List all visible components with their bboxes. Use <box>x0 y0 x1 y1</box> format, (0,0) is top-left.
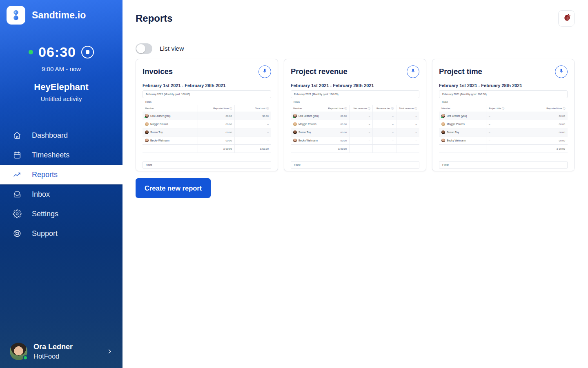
preview-member-row: Susan Toy–00:00 <box>439 128 568 136</box>
pin-icon <box>262 68 268 75</box>
sidebar-item-settings[interactable]: Settings <box>0 204 122 224</box>
pin-report-button[interactable] <box>407 65 419 78</box>
info-icon: ⓘ <box>391 107 394 110</box>
sum-value: Σ $0.00 <box>234 145 271 153</box>
report-date-range: February 1st 2021 - February 28th 2021 <box>291 83 419 88</box>
member-avatar <box>441 122 445 126</box>
member-value: 00:00 <box>198 120 234 128</box>
member-value: – <box>396 128 419 136</box>
member-avatar <box>441 139 445 142</box>
sidebar-item-inbox[interactable]: Inbox <box>0 184 122 204</box>
sidebar-item-label: Reports <box>32 171 58 179</box>
profile-name: Ora Ledner <box>33 343 73 351</box>
preview-table-rows: Ora Ledner (you)–00:00Maggie Pouros–00:0… <box>439 112 568 144</box>
member-value: – <box>349 128 372 136</box>
preview-table-header: MemberReported timeⓘNet revenueⓘRevenue … <box>291 105 419 112</box>
sidebar-item-label: Timesheets <box>32 151 69 159</box>
info-icon: ⓘ <box>266 107 269 110</box>
member-cell: Maggie Pouros <box>291 120 326 128</box>
preview-footer-header: MemberReported timeⓘTotal costⓘ <box>143 171 271 171</box>
sum-value <box>372 145 396 153</box>
column-header: Reported timeⓘ <box>527 105 568 112</box>
timer-range: 9:00 AM - now <box>0 65 122 72</box>
toggle-knob <box>136 44 145 53</box>
timer-time: 06:30 <box>38 44 76 60</box>
feedback-button[interactable] <box>558 10 575 27</box>
member-name: Maggie Pouros <box>447 123 465 126</box>
preview-month-header: February 2021 (Monthly goal: 160:00) <box>291 90 419 98</box>
column-header: Revenue taxⓘ <box>372 171 396 171</box>
preview-table-rows: Ora Ledner (you)00:00$0.00Maggie Pouros0… <box>143 112 271 144</box>
member-value: – <box>486 112 527 120</box>
sidebar-item-dashboard[interactable]: Dashboard <box>0 126 122 145</box>
member-value: 00:00 <box>527 137 568 144</box>
chevron-right-icon[interactable] <box>107 348 113 355</box>
member-name: Becky Weimann <box>298 139 318 142</box>
pin-report-button[interactable] <box>258 65 271 78</box>
pin-report-button[interactable] <box>555 65 568 78</box>
report-card-title: Invoices <box>143 67 173 76</box>
report-card[interactable]: Invoices February 1st 2021 - February 28… <box>136 59 278 171</box>
create-new-report-button[interactable]: Create new report <box>136 178 211 198</box>
sum-value: Σ 00:00 <box>527 145 568 153</box>
column-header-member: Member <box>143 105 198 112</box>
member-value: 00:00 <box>326 120 349 128</box>
member-name: Maggie Pouros <box>150 123 168 126</box>
member-value: 00:00 <box>326 112 349 120</box>
member-value: – <box>396 112 419 120</box>
sidebar-item-reports[interactable]: Reports <box>0 165 122 184</box>
member-avatar <box>293 130 297 134</box>
report-cards-row: Invoices February 1st 2021 - February 28… <box>122 54 588 171</box>
timer-block: 06:30 9:00 AM - now HeyElephant Untitled… <box>0 44 122 102</box>
preview-project-name: Dialo <box>291 98 419 105</box>
preview-member-row: Maggie Pouros00:00––– <box>291 120 419 128</box>
sidebar-item-label: Support <box>32 229 58 238</box>
report-card[interactable]: Project revenue February 1st 2021 - Febr… <box>284 59 426 171</box>
preview-member-row: Becky Weimann–00:00 <box>439 136 568 144</box>
column-header: Revenue taxⓘ <box>372 105 396 112</box>
sidebar-item-timesheets[interactable]: Timesheets <box>0 145 122 165</box>
timer-project-name: HeyElephant <box>0 82 122 92</box>
column-header-member: Member <box>291 105 326 112</box>
list-view-toggle[interactable] <box>136 43 152 54</box>
column-header: Reported timeⓘ <box>198 171 234 171</box>
app-logo-icon <box>7 6 25 25</box>
profile-section[interactable]: Ora Ledner HotFood <box>0 334 122 368</box>
column-header: Total revenueⓘ <box>396 105 419 112</box>
report-card[interactable]: Project time February 1st 2021 - Februar… <box>432 59 575 171</box>
sum-value <box>349 145 372 153</box>
member-avatar <box>145 130 149 134</box>
view-controls: List view <box>122 37 588 54</box>
main-content: Reports <box>122 0 588 368</box>
preview-member-row: Becky Weimann00:00––– <box>291 136 419 144</box>
sidebar-nav: DashboardTimesheetsReportsInboxSettingsS… <box>0 126 122 243</box>
member-cell: Susan Toy <box>291 128 326 136</box>
preview-month-header: February 2021 (Monthly goal: 160:00) <box>143 90 271 98</box>
member-name: Ora Ledner (you) <box>298 114 319 117</box>
sidebar-item-label: Dashboard <box>32 131 68 140</box>
member-value: – <box>372 120 396 128</box>
app-name: Sandtime.io <box>32 10 86 21</box>
sum-spacer <box>143 145 198 153</box>
member-online-dot <box>293 117 294 119</box>
stop-icon <box>86 50 89 54</box>
calendar-icon <box>13 150 22 159</box>
preview-next-project: Finist <box>291 161 419 169</box>
info-icon: ⓘ <box>563 107 565 110</box>
sidebar-item-support[interactable]: Support <box>0 224 122 243</box>
member-cell: Susan Toy <box>143 128 198 136</box>
member-value: – <box>349 112 372 120</box>
column-header-member: Member <box>143 171 198 171</box>
member-name: Ora Ledner (you) <box>447 114 467 117</box>
report-preview: February 2021 (Monthly goal: 160:00) Dia… <box>291 90 419 171</box>
column-header-member: Member <box>439 105 486 112</box>
member-cell: Maggie Pouros <box>439 120 486 128</box>
profile-avatar <box>10 343 27 360</box>
member-value: 00:00 <box>198 128 234 136</box>
app-root: Sandtime.io 06:30 9:00 AM - now HeyEleph… <box>0 0 588 368</box>
member-value: 00:00 <box>527 112 568 120</box>
column-header: Total costⓘ <box>234 105 271 112</box>
stop-timer-button[interactable] <box>81 46 94 58</box>
member-avatar <box>441 114 445 118</box>
member-avatar <box>293 139 297 142</box>
